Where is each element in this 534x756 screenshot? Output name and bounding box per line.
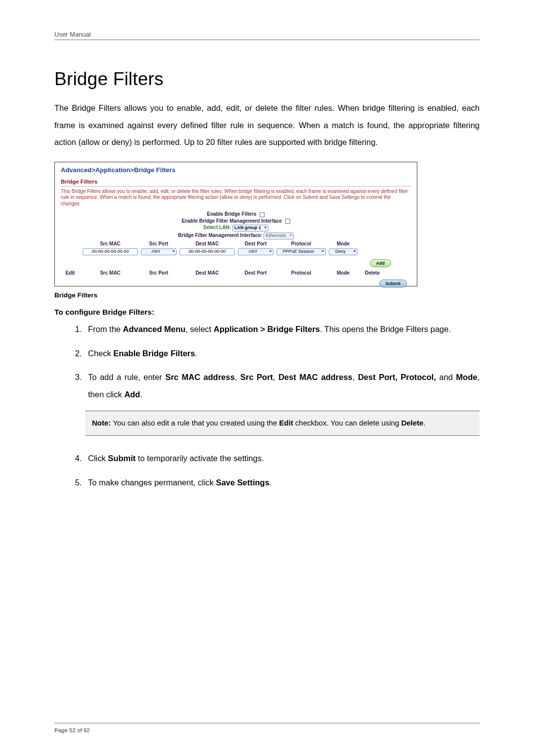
header-rule xyxy=(54,40,480,40)
breadcrumb: Advanced>Application>Bridge Filters xyxy=(61,166,411,174)
dest-port-select[interactable]: ANY xyxy=(238,248,273,255)
col-dest-port: Dest Port xyxy=(238,241,273,246)
step-2: Check Enable Bridge Filters. xyxy=(84,345,480,362)
col-dest-mac: Dest MAC xyxy=(179,241,235,246)
col-src-mac: Src MAC xyxy=(83,241,138,246)
submit-row: Submit xyxy=(61,280,411,287)
select-lan-label: Select LAN: xyxy=(203,225,231,230)
mgmt-interface-row: Enable Bridge Filter Management Interfac… xyxy=(61,218,411,224)
panel-description: This Bridge Filters allows you to enable… xyxy=(61,189,411,207)
step-3: To add a rule, enter Src MAC address, Sr… xyxy=(84,369,480,403)
add-button[interactable]: Add xyxy=(370,259,392,267)
intro-paragraph: The Bridge Filters allows you to enable,… xyxy=(54,99,480,151)
screenshot-caption: Bridge Filters xyxy=(54,291,480,299)
entry-header-row: Src MAC Src Port Dest MAC Dest Port Prot… xyxy=(61,240,411,247)
page-header: User Manual xyxy=(54,30,480,40)
page-title: Bridge Filters xyxy=(54,69,480,90)
col-mode: Mode xyxy=(329,241,357,246)
options-block: Enable Bridge Filters Enable Bridge Filt… xyxy=(61,211,411,240)
src-mac-input[interactable]: 00-00-00-00-00-00 xyxy=(83,248,138,255)
col-delete: Delete xyxy=(360,270,384,276)
bfmi-dropdown: Ethernet1 xyxy=(264,233,294,239)
bfmi-label: Bridge Filter Management Interface: xyxy=(178,233,263,238)
mgmt-interface-checkbox[interactable] xyxy=(285,219,290,224)
protocol-select[interactable]: PPPoE Session xyxy=(276,248,326,255)
select-lan-dropdown[interactable]: LAN group 1 xyxy=(232,225,268,232)
add-row: Add xyxy=(61,259,411,267)
col-src-port: Src Port xyxy=(141,241,177,246)
col-protocol: Protocol xyxy=(276,241,326,246)
panel-title: Bridge Filters xyxy=(61,179,411,187)
mgmt-interface-label: Enable Bridge Filter Management Interfac… xyxy=(181,218,282,224)
select-lan-row: Select LAN: LAN group 1 xyxy=(61,224,411,232)
step-4: Click Submit to temporarily activate the… xyxy=(84,450,480,467)
enable-bridge-filters-checkbox[interactable] xyxy=(260,212,265,217)
footer-rule xyxy=(54,723,480,723)
step-1: From the Advanced Menu, select Applicati… xyxy=(84,321,480,338)
bfmi-row: Bridge Filter Management Interface: Ethe… xyxy=(61,232,411,240)
list-header-row: Edit Src MAC Src Port Dest MAC Dest Port… xyxy=(61,269,411,277)
entry-row: 00-00-00-00-00-00 ANY 00-00-00-00-00-00 … xyxy=(61,247,411,256)
note-box: Note: You can also edit a rule that you … xyxy=(85,411,480,436)
dest-mac-input[interactable]: 00-00-00-00-00-00 xyxy=(179,248,235,255)
step-5: To make changes permanent, click Save Se… xyxy=(84,474,480,491)
config-screenshot: Advanced>Application>Bridge Filters Brid… xyxy=(54,162,417,286)
steps-list-continued: Click Submit to temporarily activate the… xyxy=(84,450,480,491)
enable-bridge-filters-label: Enable Bridge Filters xyxy=(207,211,257,217)
header-label: User Manual xyxy=(54,31,91,38)
steps-list: From the Advanced Menu, select Applicati… xyxy=(84,321,480,403)
page-footer: Page 52 of 92 xyxy=(54,723,480,734)
submit-button[interactable]: Submit xyxy=(379,280,407,287)
mode-select[interactable]: Deny xyxy=(329,248,357,255)
enable-bridge-filters-row: Enable Bridge Filters xyxy=(61,211,411,217)
src-port-select[interactable]: ANY xyxy=(141,248,177,255)
footer-page-number: Page 52 of 92 xyxy=(54,727,90,733)
col-edit: Edit xyxy=(61,270,80,276)
section-subheading: To configure Bridge Filters: xyxy=(54,308,480,317)
